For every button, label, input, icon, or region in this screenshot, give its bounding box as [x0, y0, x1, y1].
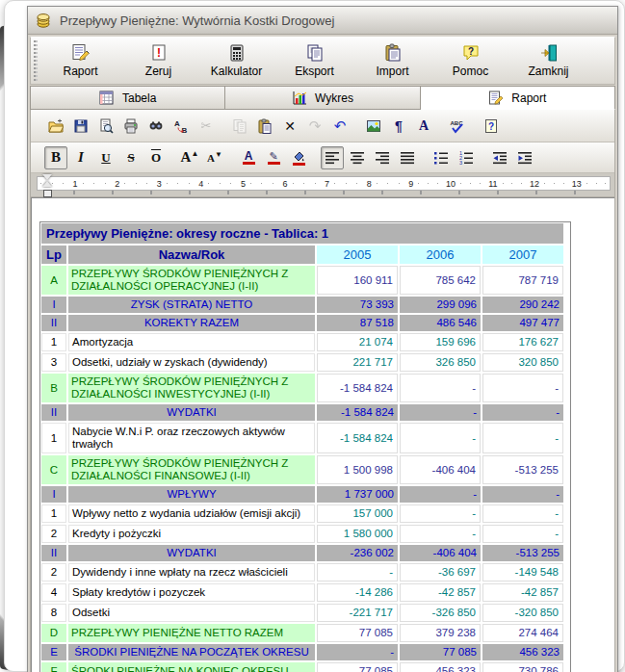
row-value[interactable]: - [400, 423, 481, 453]
find-button[interactable] [144, 115, 168, 138]
row-value[interactable]: - [400, 374, 481, 402]
toolbar-grip[interactable] [33, 40, 39, 81]
row-value[interactable]: 1 580 000 [317, 525, 398, 543]
row-value[interactable]: -36 697 [400, 563, 481, 582]
redo-button[interactable]: ↷ [303, 115, 326, 138]
row-value[interactable]: 77 085 [400, 644, 481, 660]
row-value[interactable]: -320 850 [482, 604, 563, 622]
row-name[interactable]: WYDATKI [68, 404, 315, 421]
row-lp[interactable]: 2 [41, 525, 66, 543]
row-value[interactable]: 787 719 [482, 266, 563, 295]
row-lp[interactable]: II [41, 404, 66, 421]
row-name[interactable]: Amortyzacja [68, 333, 315, 351]
row-lp[interactable]: I [41, 297, 66, 313]
delete-button[interactable]: ✕ [278, 115, 301, 138]
row-lp[interactable]: B [41, 374, 66, 402]
row-value[interactable]: 456 323 [482, 644, 563, 660]
row-value[interactable]: -221 717 [317, 604, 398, 622]
row-value[interactable]: 1 500 998 [317, 455, 398, 484]
row-value[interactable]: - [400, 525, 481, 543]
bullet-list-button[interactable] [430, 146, 453, 169]
fill-color-button[interactable] [287, 146, 310, 169]
row-value[interactable]: 290 242 [482, 297, 563, 313]
row-name[interactable]: Odsetki [68, 604, 315, 622]
row-value[interactable]: 157 000 [317, 504, 398, 523]
row-value[interactable]: - [400, 486, 481, 503]
undo-button[interactable]: ↶ [328, 115, 352, 138]
numbered-list-button[interactable]: 123 [455, 146, 478, 169]
row-name[interactable]: PRZEPŁYWY ŚRODKÓW PIENIĘŻNYCH Z DZIAŁALN… [68, 455, 315, 484]
row-lp[interactable]: F [41, 662, 66, 672]
zamknij-button[interactable]: Zamknij [509, 39, 587, 82]
row-lp[interactable]: 4 [41, 583, 66, 602]
row-lp[interactable]: I [41, 486, 66, 503]
row-value[interactable]: - [482, 404, 563, 421]
row-value[interactable]: -1 584 824 [317, 404, 398, 421]
pilcrow-button[interactable]: ¶ [387, 115, 410, 138]
tab-tabela[interactable]: Tabela [30, 86, 225, 110]
indent-marker[interactable] [42, 174, 51, 191]
column-header-name[interactable]: Nazwa/Rok [68, 246, 315, 264]
row-value[interactable]: -513 255 [482, 545, 563, 561]
row-name[interactable]: Spłaty kredytów i pozyczek [68, 583, 315, 602]
row-value[interactable]: -149 548 [482, 563, 563, 582]
align-left-button[interactable] [321, 146, 344, 169]
italic-button[interactable]: I [69, 146, 92, 169]
font-button[interactable]: A [412, 115, 435, 138]
ruler[interactable]: ···1···2···3···4···5···6···7···8···9···1… [31, 173, 614, 197]
column-header-year[interactable]: 2006 [400, 246, 481, 264]
row-name[interactable]: Odsetki, udziały w zyskach (dywidendy) [68, 353, 315, 372]
row-lp[interactable]: C [41, 455, 66, 484]
image-button[interactable] [362, 115, 385, 138]
outdent-button[interactable] [488, 146, 511, 169]
row-value[interactable]: -14 286 [317, 583, 398, 602]
justify-button[interactable] [396, 146, 419, 169]
overline-button[interactable]: O [144, 146, 168, 169]
row-name[interactable]: ZYSK (STRATA) NETTO [68, 297, 315, 313]
row-lp[interactable]: E [41, 644, 66, 660]
row-value[interactable]: 21 074 [317, 333, 398, 351]
row-value[interactable]: - [482, 525, 563, 543]
row-value[interactable]: 299 096 [400, 297, 481, 313]
row-name[interactable]: Wpływy netto z wydania udziałów (emisji … [68, 504, 315, 523]
row-name[interactable]: KOREKTY RAZEM [68, 315, 315, 331]
row-lp[interactable]: II [41, 315, 66, 331]
row-name[interactable]: ŚRODKI PIENIĘŻNE NA KONIEC OKRESU [68, 662, 315, 672]
row-value[interactable]: -1 584 824 [317, 374, 398, 402]
spellcheck-button[interactable]: ABC [446, 115, 469, 138]
row-value[interactable]: 77 085 [317, 662, 398, 672]
row-value[interactable]: 379 238 [400, 624, 481, 642]
print-preview-button[interactable] [94, 115, 117, 138]
row-value[interactable]: 730 786 [482, 662, 563, 672]
row-value[interactable]: - [482, 374, 563, 402]
row-lp[interactable]: D [41, 624, 66, 642]
document-area[interactable]: Przepływy Pieniężne: okresy roczne - Tab… [31, 197, 614, 672]
row-name[interactable]: PRZEPŁYWY PIENIĘŻNE NETTO RAZEM [68, 624, 315, 642]
row-name[interactable]: Nabycie W.N.i P. oraz rzeczowych aktywów… [68, 423, 315, 453]
column-header-lp[interactable]: Lp [41, 246, 66, 264]
column-header-year[interactable]: 2007 [482, 246, 563, 264]
row-value[interactable]: -236 002 [317, 545, 398, 561]
row-name[interactable]: PRZEPŁYWY ŚRODKÓW PIENIĘŻNYCH Z DZIAŁALN… [68, 266, 315, 295]
copy-button[interactable] [228, 115, 251, 138]
row-value[interactable]: -406 404 [400, 455, 481, 484]
row-value[interactable]: 159 696 [400, 333, 481, 351]
underline-button[interactable]: U [94, 146, 117, 169]
row-name[interactable]: PRZEPŁYWY ŚRODKÓW PIENIĘŻNYCH Z DZIAŁALN… [68, 374, 315, 402]
row-lp[interactable]: 1 [41, 333, 66, 351]
font-decrease-button[interactable]: A▼ [203, 146, 226, 169]
row-value[interactable]: 274 464 [482, 624, 563, 642]
align-right-button[interactable] [371, 146, 394, 169]
row-name[interactable]: Kredyty i pożyczki [68, 525, 315, 543]
row-value[interactable]: 486 546 [400, 315, 481, 331]
open-button[interactable] [44, 115, 67, 138]
row-value[interactable]: -326 850 [400, 604, 481, 622]
paste-button[interactable] [253, 115, 276, 138]
zeruj-button[interactable]: !Zeruj [119, 39, 197, 82]
row-value[interactable]: 77 085 [317, 624, 398, 642]
row-lp[interactable]: 2 [41, 563, 66, 582]
row-value[interactable]: 497 477 [482, 315, 563, 331]
row-lp[interactable]: 1 [41, 423, 66, 453]
row-value[interactable]: 221 717 [317, 353, 398, 372]
row-lp[interactable]: II [41, 545, 66, 561]
